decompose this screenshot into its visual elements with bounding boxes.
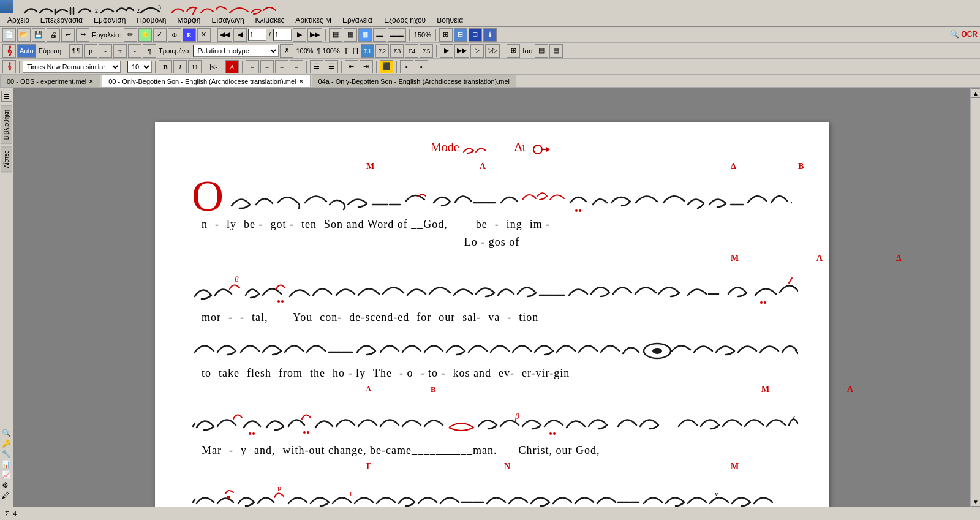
word-and: and,: [251, 444, 279, 457]
t2-btn6[interactable]: ¶: [143, 44, 156, 58]
sigma3-btn[interactable]: Σ3: [390, 44, 404, 58]
play-btn2[interactable]: ▶▶: [454, 44, 469, 58]
tool-btn4[interactable]: Φ: [168, 28, 181, 42]
word-ly: ly: [223, 218, 240, 231]
auto-btn[interactable]: Auto: [17, 44, 36, 58]
align-justify[interactable]: ≡: [290, 60, 303, 73]
t2-btn5[interactable]: -: [128, 44, 141, 58]
tab-main[interactable]: 00 - Only-Begotten Son - English (Archdi…: [102, 75, 310, 87]
music-icon[interactable]: 𝄞: [2, 44, 16, 58]
align-left[interactable]: ≡: [246, 60, 259, 73]
tool-btn1[interactable]: ✏: [124, 28, 137, 42]
sidebar-tool1[interactable]: 🔍: [2, 429, 11, 438]
tab-main-close[interactable]: ✕: [299, 78, 304, 85]
sidebar-toggle[interactable]: ☰: [1, 91, 12, 102]
save-button[interactable]: 💾: [32, 28, 45, 42]
word-our: our: [435, 311, 459, 324]
play-btn1[interactable]: ▶: [440, 44, 453, 58]
font-select[interactable]: Palatino Linotype: [193, 45, 279, 57]
t2-btn3[interactable]: -: [99, 44, 112, 58]
t2-btn4[interactable]: π: [113, 44, 127, 58]
bold-btn[interactable]: B: [159, 60, 172, 73]
highlight-btn[interactable]: ⬛: [380, 60, 393, 73]
open-button[interactable]: 📂: [17, 28, 31, 42]
page-total-input[interactable]: [273, 29, 292, 41]
svg-point-8: [575, 209, 578, 212]
font-color-btn[interactable]: A: [225, 60, 239, 73]
tool-btn-e[interactable]: E: [183, 28, 196, 42]
anno-A4: Λ: [847, 385, 853, 394]
print-button[interactable]: 🖨: [47, 28, 60, 42]
play-btn3[interactable]: ▷: [470, 44, 484, 58]
mode-end-svg: [529, 141, 553, 156]
align-right[interactable]: ≡: [275, 60, 288, 73]
zoom-btn3[interactable]: ⊡: [469, 28, 482, 42]
view-btn3[interactable]: ▦: [358, 28, 372, 42]
font-size-select[interactable]: 10: [127, 61, 152, 73]
t2-pi: Π: [351, 46, 360, 56]
t3-extra1[interactable]: ▪: [400, 60, 413, 73]
view-btn4[interactable]: ▬: [373, 28, 386, 42]
word-from: from: [275, 367, 306, 380]
tool-btn2[interactable]: ⭐: [138, 28, 152, 42]
new-button[interactable]: 📄: [2, 28, 16, 42]
scroll-down-btn[interactable]: ▼: [971, 497, 980, 507]
list-btn1[interactable]: ☰: [310, 60, 323, 73]
next-btn[interactable]: ▶: [293, 28, 306, 42]
list-btn2[interactable]: ☰: [325, 60, 338, 73]
font-name-select[interactable]: Times New Roman similar: [23, 61, 121, 73]
page-number-input[interactable]: [248, 29, 266, 41]
t2-zoom1[interactable]: ✗: [280, 44, 293, 58]
view-btn5[interactable]: ▬▬: [388, 28, 406, 42]
zoom-btn2[interactable]: ⊟: [454, 28, 467, 42]
tool-btn-x[interactable]: ✕: [197, 28, 211, 42]
scroll-track: [971, 98, 980, 497]
section5: Γ Ν Μ µ: [192, 462, 792, 507]
view-btn1[interactable]: ▤: [329, 28, 342, 42]
prev-page[interactable]: ◀◀: [217, 28, 232, 42]
prev-btn[interactable]: ◀: [233, 28, 247, 42]
tool-btn3[interactable]: ✓: [153, 28, 167, 42]
next-page[interactable]: ▶▶: [307, 28, 322, 42]
italic-btn[interactable]: I: [173, 60, 187, 73]
t2-btn2[interactable]: µ: [84, 44, 97, 58]
sigma1-btn[interactable]: Σ1: [361, 44, 374, 58]
t2-btn1[interactable]: ¶ ¶: [69, 44, 83, 58]
sigma5-btn[interactable]: Σ5: [420, 44, 433, 58]
sidebar-tool3[interactable]: 🔧: [2, 450, 11, 459]
word-space1: [451, 218, 472, 231]
tab-04a[interactable]: 04a - Only-Begotten Son - English (Archd…: [312, 75, 516, 87]
content-area[interactable]: 2 2 3 Mode: [13, 88, 970, 507]
align-center[interactable]: ≡: [260, 60, 274, 73]
sidebar-tool4[interactable]: 📊: [2, 460, 11, 469]
zoom-btn1[interactable]: ⊞: [439, 28, 453, 42]
sidebar-lists[interactable]: Λίστες: [1, 146, 12, 172]
scroll-up-btn[interactable]: ▲: [971, 88, 980, 98]
indent-btn2[interactable]: ⇥: [360, 60, 373, 73]
text-row3: to take flesh from the ho - ly The - o -…: [192, 367, 792, 380]
tab-obs[interactable]: 00 - OBS - experiment.mel ✕: [0, 75, 100, 87]
word-sal: sal-: [459, 311, 484, 324]
sigma4-btn[interactable]: Σ4: [405, 44, 418, 58]
page-separator: /: [268, 31, 272, 39]
iso-btn2[interactable]: ▤: [549, 44, 563, 58]
view-btn2[interactable]: ▦: [344, 28, 357, 42]
tab-obs-close[interactable]: ✕: [89, 78, 94, 85]
iso-btn1[interactable]: ▤: [535, 44, 548, 58]
sidebar-tool2[interactable]: 🔑: [2, 439, 11, 448]
sigma2-btn[interactable]: Σ2: [375, 44, 389, 58]
t3-icon[interactable]: 𝄞: [2, 60, 16, 73]
sidebar-tool5[interactable]: 📈: [2, 470, 11, 480]
sidebar-tool7[interactable]: 🖊: [2, 491, 11, 500]
underline-btn[interactable]: U: [188, 60, 202, 73]
right-scrollbar[interactable]: ▲ ▼: [970, 88, 980, 507]
grid-btn[interactable]: ⊞: [507, 44, 520, 58]
info-btn[interactable]: ℹ: [483, 28, 497, 42]
indent-btn1[interactable]: ⇤: [345, 60, 358, 73]
t3-extra2[interactable]: ▪: [415, 60, 428, 73]
sidebar-tool6[interactable]: ⚙: [2, 481, 11, 490]
sidebar-library[interactable]: Βιβλιοθήκη: [1, 105, 12, 144]
undo-button[interactable]: ↩: [61, 28, 75, 42]
play-btn4[interactable]: ▷▷: [485, 44, 500, 58]
redo-button[interactable]: ↪: [76, 28, 89, 42]
